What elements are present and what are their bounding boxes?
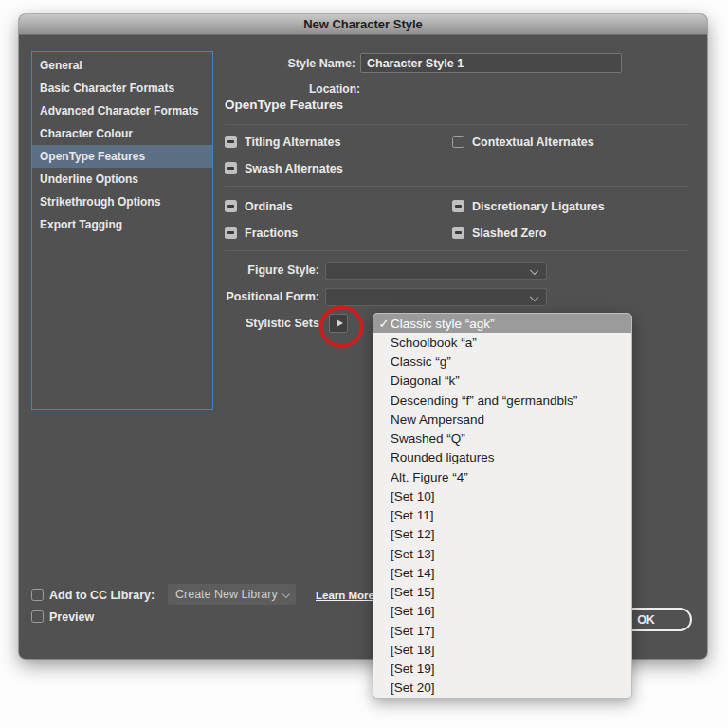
menu-item-diagonal-k[interactable]: Diagonal “k” [373,372,631,391]
menu-item-descending-f[interactable]: Descending “f” and “germandbls” [373,391,631,410]
cc-library-select-value: Create New Library [175,588,278,601]
menu-item-classic-g[interactable]: Classic “g” [373,353,631,372]
checkbox-row-contextual-alternates[interactable]: Contextual Alternates [452,135,594,149]
menu-item-set-10[interactable]: [Set 10] [373,486,631,505]
positional-form-select[interactable] [325,288,547,306]
section-divider [225,124,688,125]
sidebar-item-basic-character-formats[interactable]: Basic Character Formats [32,77,212,100]
menu-item-set-18[interactable]: [Set 18] [373,640,631,659]
stylistic-sets-flyout-button[interactable] [329,314,348,333]
menu-item-rounded-ligatures[interactable]: Rounded ligatures [373,448,631,467]
menu-item-set-17[interactable]: [Set 17] [373,621,631,640]
style-name-input[interactable]: Character Style 1 [360,53,622,73]
learn-more-link[interactable]: Learn More [316,590,374,601]
stylistic-sets-label: Stylistic Sets: [136,317,323,330]
menu-item-set-13[interactable]: [Set 13] [373,544,631,563]
indeterminate-checkbox-icon[interactable] [225,162,237,174]
right-triangle-icon [337,319,343,327]
cc-library-select[interactable]: Create New Library [168,584,296,605]
dialog-title-bar[interactable]: New Character Style [19,14,707,35]
preview-checkbox[interactable] [31,610,44,623]
checkbox-row-titling-alternates[interactable]: Titling Alternates [225,135,340,149]
checkbox-label: Discretionary Ligatures [472,200,605,213]
indeterminate-checkbox-icon[interactable] [452,227,464,239]
style-name-label: Style Name: [190,57,355,70]
menu-item-schoolbook-a[interactable]: Schoolbook “a” [373,333,631,352]
menu-item-set-20[interactable]: [Set 20] [373,679,631,698]
menu-item-new-ampersand[interactable]: New Ampersand [373,410,631,428]
chevron-down-icon [530,266,538,275]
dialog-title: New Character Style [303,17,423,31]
menu-item-set-16[interactable]: [Set 16] [373,602,631,621]
menu-item-alt-figure-4[interactable]: Alt. Figure “4” [373,467,631,486]
indeterminate-checkbox-icon[interactable] [225,136,237,148]
add-to-cc-library-checkbox[interactable] [31,589,44,601]
sidebar-item-general[interactable]: General [32,54,212,77]
sidebar-item-export-tagging[interactable]: Export Tagging [32,213,212,236]
checkbox-label: Fractions [245,227,298,240]
checkbox-label: Contextual Alternates [472,136,594,149]
checkmark-icon: ✓ [377,317,391,331]
checkbox-label: Slashed Zero [472,227,547,240]
checkbox-row-fractions[interactable]: Fractions [225,226,298,240]
screenshot-stage: New Character Style General Basic Charac… [0,0,728,728]
location-label: Location: [190,82,360,96]
checkbox-row-discretionary-ligatures[interactable]: Discretionary Ligatures [452,199,605,213]
checkbox-label: Ordinals [245,200,293,213]
indeterminate-checkbox-icon[interactable] [225,200,237,212]
stylistic-sets-menu: ✓ Classic style “agk” Schoolbook “a” Cla… [373,313,632,699]
menu-item-label: Classic style “agk” [391,317,495,331]
checkbox-row-slashed-zero[interactable]: Slashed Zero [452,226,547,240]
panel-list-sidebar: General Basic Character Formats Advanced… [31,51,213,410]
chevron-down-icon [282,590,290,598]
menu-item-set-12[interactable]: [Set 12] [373,525,631,544]
section-divider [225,186,688,187]
checkbox-row-ordinals[interactable]: Ordinals [225,199,293,213]
preview-label: Preview [49,610,94,624]
chevron-down-icon [530,293,538,301]
menu-item-set-15[interactable]: [Set 15] [373,583,631,602]
add-to-cc-library-label: Add to CC Library: [49,589,155,602]
figure-style-label: Figure Style: [133,264,319,277]
sidebar-item-opentype-features[interactable]: OpenType Features [32,145,212,168]
opentype-features-heading: OpenType Features [225,98,343,112]
sidebar-item-underline-options[interactable]: Underline Options [32,168,212,191]
menu-item-classic-style-agk[interactable]: ✓ Classic style “agk” [373,314,631,333]
checkbox-row-swash-alternates[interactable]: Swash Alternates [225,161,343,175]
section-divider [225,250,688,251]
sidebar-item-advanced-character-formats[interactable]: Advanced Character Formats [32,100,212,122]
sidebar-item-strikethrough-options[interactable]: Strikethrough Options [32,191,212,213]
indeterminate-checkbox-icon[interactable] [452,200,464,212]
menu-item-set-19[interactable]: [Set 19] [373,660,631,679]
menu-item-swashed-q[interactable]: Swashed “Q” [373,429,631,448]
indeterminate-checkbox-icon[interactable] [225,227,237,239]
menu-item-set-14[interactable]: [Set 14] [373,563,631,582]
unchecked-checkbox-icon[interactable] [452,136,464,148]
sidebar-item-character-colour[interactable]: Character Colour [32,122,212,145]
positional-form-label: Positional Form: [133,290,319,303]
menu-item-set-11[interactable]: [Set 11] [373,506,631,525]
checkbox-label: Swash Alternates [245,162,343,175]
figure-style-select[interactable] [325,262,547,280]
checkbox-label: Titling Alternates [245,136,340,149]
style-name-value: Character Style 1 [367,57,464,70]
